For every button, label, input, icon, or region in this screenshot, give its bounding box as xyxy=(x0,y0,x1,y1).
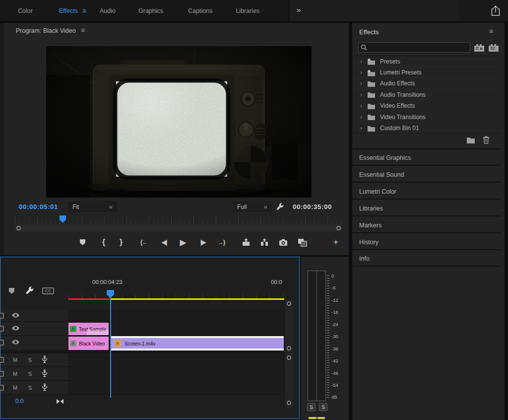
source-patch-icon[interactable] xyxy=(0,371,4,377)
clip-selected-bottom-bar xyxy=(111,349,284,350)
new-custom-bin-icon[interactable] xyxy=(466,137,475,143)
workspace-menu-icon[interactable]: ≡ xyxy=(82,7,86,15)
scrollbar-handle[interactable] xyxy=(287,301,291,306)
play-button[interactable]: ▶ xyxy=(178,237,189,248)
voiceover-mic-icon[interactable] xyxy=(41,369,48,378)
tree-item-label: Video Effects xyxy=(380,102,415,109)
master-gain-value[interactable]: 0.0 xyxy=(15,398,24,405)
mark-out-button[interactable]: } xyxy=(116,237,127,248)
captions-cc-icon[interactable]: CC xyxy=(42,287,54,294)
timeline-clip-text-sample[interactable]: fx Text Sample xyxy=(68,323,109,335)
scrubber-zoom-bar[interactable] xyxy=(15,225,342,231)
panel-tab-libraries[interactable]: Libraries xyxy=(352,201,501,216)
chevron-right-icon[interactable]: › xyxy=(360,58,366,65)
timeline-clip-black-video[interactable]: fx Black Video xyxy=(68,337,109,350)
track-content-a2[interactable] xyxy=(68,367,284,380)
tree-item-audio-effects[interactable]: › Audio Effects xyxy=(353,78,500,89)
panel-tab-essential-graphics[interactable]: Essential Graphics xyxy=(352,150,501,166)
source-patch-icon[interactable] xyxy=(0,326,4,332)
tab-audio[interactable]: Audio xyxy=(100,7,116,14)
panel-tab-lumetri-color[interactable]: Lumetri Color xyxy=(352,184,501,200)
32-bit-color-icon[interactable]: 32 xyxy=(488,43,499,52)
panel-tab-label: Essential Sound xyxy=(359,171,404,178)
timeline-ruler[interactable] xyxy=(68,289,284,298)
zoom-bar-right-handle[interactable] xyxy=(336,226,341,230)
zoom-level-select[interactable]: Fit ∨ xyxy=(68,202,117,212)
tree-item-custom-bin-01[interactable]: › Custom Bin 01 xyxy=(353,123,500,134)
workspace-overflow-icon[interactable]: » xyxy=(297,5,300,14)
chevron-right-icon[interactable]: › xyxy=(360,80,366,87)
lift-button[interactable] xyxy=(241,237,252,248)
solo-right-button[interactable]: S xyxy=(319,403,327,411)
extract-button[interactable] xyxy=(259,237,270,248)
tab-effects[interactable]: Effects xyxy=(59,7,78,14)
source-patch-icon[interactable] xyxy=(0,313,4,319)
scrollbar-handle[interactable] xyxy=(287,401,291,405)
track-content-v3[interactable] xyxy=(68,309,284,321)
program-panel-menu-icon[interactable]: ≡ xyxy=(81,26,85,34)
delete-trash-icon[interactable] xyxy=(483,136,490,144)
scrollbar-handle[interactable] xyxy=(287,355,291,360)
step-forward-button[interactable]: |▶ xyxy=(197,237,208,248)
source-patch-icon[interactable] xyxy=(0,385,4,391)
export-frame-button[interactable] xyxy=(278,237,289,248)
current-timecode[interactable]: 00:00:05:01 xyxy=(19,203,58,210)
track-content-a1[interactable] xyxy=(68,353,284,366)
add-marker-button[interactable] xyxy=(77,237,88,248)
track-content-a3[interactable] xyxy=(68,381,284,394)
timeline-clip-screen-1-m4v[interactable]: fx Screen-1.m4v xyxy=(111,336,284,350)
source-patch-icon[interactable] xyxy=(0,340,4,346)
track-output-eye-icon[interactable] xyxy=(11,339,20,345)
export-share-icon[interactable] xyxy=(490,5,501,17)
tab-captions[interactable]: Captions xyxy=(188,7,212,14)
effects-panel-menu-icon[interactable]: ≡ xyxy=(489,27,493,35)
mute-button[interactable]: M xyxy=(11,370,19,377)
chevron-right-icon[interactable]: › xyxy=(360,69,366,76)
timeline-add-marker-icon[interactable] xyxy=(8,287,15,295)
mute-button[interactable]: M xyxy=(11,356,19,363)
voiceover-mic-icon[interactable] xyxy=(41,383,48,392)
program-video-frame[interactable] xyxy=(46,46,312,198)
solo-left-button[interactable]: S xyxy=(307,403,316,411)
chevron-right-icon[interactable]: › xyxy=(360,125,366,132)
mark-in-button[interactable]: { xyxy=(98,237,109,248)
solo-button[interactable]: S xyxy=(26,370,34,377)
tab-color[interactable]: Color xyxy=(18,7,33,14)
go-to-out-button[interactable]: →} xyxy=(216,237,227,248)
track-output-eye-icon[interactable] xyxy=(11,325,20,331)
panel-tab-info[interactable]: Info xyxy=(352,251,501,267)
accelerated-effects-icon[interactable] xyxy=(474,43,485,52)
panel-tab-essential-sound[interactable]: Essential Sound xyxy=(352,167,501,183)
chevron-right-icon[interactable]: › xyxy=(360,91,366,98)
playback-resolution-select[interactable]: Full ∨ xyxy=(233,202,271,212)
scrollbar-handle[interactable] xyxy=(287,346,291,350)
timeline-vertical-scrollbar[interactable] xyxy=(284,299,293,408)
fit-sequence-icon[interactable] xyxy=(56,398,64,405)
tree-item-audio-transitions[interactable]: › Audio Transitions xyxy=(353,89,500,100)
chevron-right-icon[interactable]: › xyxy=(360,114,366,121)
tree-item-lumetri-presets[interactable]: › Lumetri Presets xyxy=(353,67,500,78)
effects-search-input[interactable] xyxy=(358,42,470,53)
timeline-settings-wrench-icon[interactable] xyxy=(25,286,34,295)
tree-item-presets[interactable]: › Presets xyxy=(353,56,500,67)
step-back-button[interactable]: ◀| xyxy=(159,237,170,248)
chevron-right-icon[interactable]: › xyxy=(360,102,366,109)
comparison-view-button[interactable] xyxy=(297,237,308,248)
panel-tab-markers[interactable]: Markers xyxy=(352,217,501,233)
zoom-bar-left-handle[interactable] xyxy=(16,226,21,230)
mute-button[interactable]: M xyxy=(11,384,19,391)
source-patch-icon[interactable] xyxy=(0,357,4,363)
track-output-eye-icon[interactable] xyxy=(11,312,20,318)
tab-graphics[interactable]: Graphics xyxy=(138,7,163,14)
tree-item-video-transitions[interactable]: › Video Transitions xyxy=(353,112,500,123)
solo-button[interactable]: S xyxy=(26,356,34,363)
panel-tab-history[interactable]: History xyxy=(352,234,501,250)
tree-item-video-effects[interactable]: › Video Effects xyxy=(353,101,500,112)
button-editor-add-button[interactable]: + xyxy=(330,237,341,248)
voiceover-mic-icon[interactable] xyxy=(41,355,48,364)
solo-button[interactable]: S xyxy=(26,384,34,391)
timeline-playhead-line[interactable] xyxy=(110,290,111,398)
tab-libraries[interactable]: Libraries xyxy=(236,7,259,14)
settings-wrench-icon[interactable] xyxy=(276,203,284,211)
go-to-in-button[interactable]: {← xyxy=(138,237,149,248)
